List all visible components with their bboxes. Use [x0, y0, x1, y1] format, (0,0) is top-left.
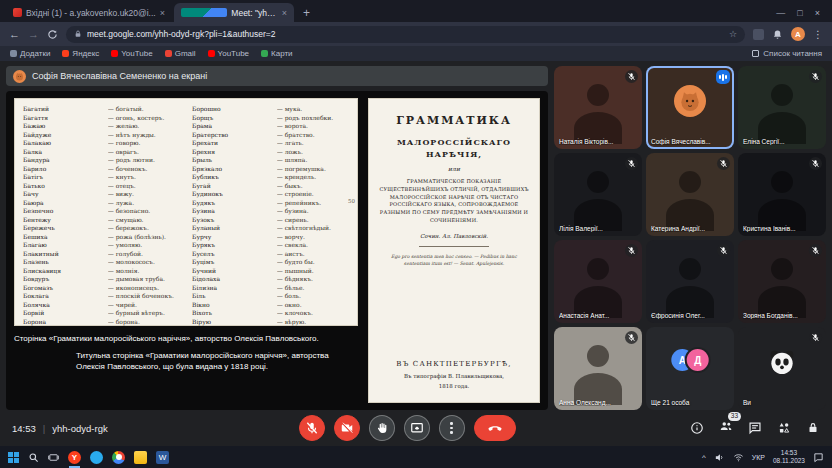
- leave-call-button[interactable]: [474, 415, 516, 441]
- participant-tile[interactable]: Анна Олександ...: [554, 327, 642, 410]
- browser-tab[interactable]: Вхідні (1) - a.yakovenko.uk20@i... ×: [6, 3, 172, 22]
- glossary-word: Брехати: [192, 139, 277, 148]
- glossary-entry: Безпечно безопасно.: [23, 207, 180, 216]
- address-bar[interactable]: meet.google.com/yhh-odyd-rgk?pli=1&authu…: [66, 26, 745, 43]
- title-page-paragraph: ГРАММАТИЧЕСКОЕ ПОКАЗАНІЕ СУЩЕСТВЕННѢЙШИХ…: [378, 178, 530, 225]
- new-tab-button[interactable]: +: [296, 6, 317, 22]
- participant-tile[interactable]: Анастасія Анат...: [554, 240, 642, 323]
- taskbar-app-icon[interactable]: [90, 451, 103, 464]
- participant-tile[interactable]: Еліна Сергії...: [738, 66, 826, 149]
- tray-expand-icon[interactable]: ^: [702, 453, 706, 462]
- host-controls-lock-icon[interactable]: [806, 421, 820, 435]
- bookmarks-bar: Додатки Яндекс YouTube Gmail: [0, 46, 832, 61]
- action-center-icon[interactable]: [813, 452, 824, 463]
- glossary-entry: Боклага плоскій боченокъ.: [23, 292, 180, 301]
- glossary-entry: Брыль шляпа.: [192, 156, 349, 165]
- glossary-entry: Буцімъ будто бы.: [192, 258, 349, 267]
- participant-tile[interactable]: Катерина Андрії...: [646, 153, 734, 236]
- camera-off-button[interactable]: [334, 415, 360, 441]
- participant-name: Єфросинія Олег...: [651, 312, 730, 319]
- task-view-icon[interactable]: [48, 452, 59, 463]
- volume-icon[interactable]: [714, 452, 725, 463]
- window-control-button[interactable]: □: [797, 8, 802, 18]
- glossary-word: Бурякъ: [192, 241, 277, 250]
- mic-mute-button[interactable]: [299, 415, 325, 441]
- bookmark-item[interactable]: Карти: [261, 49, 293, 58]
- meeting-details-icon[interactable]: [690, 421, 704, 435]
- glossary-entry: Багаття огонь, костеръ.: [23, 114, 180, 123]
- refresh-icon[interactable]: [47, 29, 58, 40]
- language-indicator[interactable]: УКР: [752, 454, 765, 461]
- glossary-word: Батігъ: [23, 173, 108, 182]
- bookmark-star-icon[interactable]: ☆: [729, 29, 737, 39]
- glossary-entry: Білизна бѣлье.: [192, 284, 349, 293]
- glossary-definition: бурный вѣтеръ.: [108, 309, 180, 318]
- search-icon[interactable]: [28, 452, 39, 463]
- glossary-entry: Багатий богатый.: [23, 105, 180, 114]
- tab-close-icon[interactable]: ×: [160, 8, 165, 18]
- title-page-ili: или: [448, 165, 460, 172]
- window-control-button[interactable]: —: [776, 8, 785, 18]
- bookmark-item[interactable]: Яндекс: [62, 49, 99, 58]
- bookmark-favicon-icon: [10, 50, 17, 57]
- bookmark-item[interactable]: Додатки: [10, 49, 50, 58]
- glossary-column-left: Багатий богатый. Багаття огонь, костеръ.: [23, 105, 180, 319]
- shared-screen[interactable]: Багатий богатый. Багаття огонь, костеръ.: [6, 91, 548, 410]
- participant-name: Еліна Сергії...: [743, 138, 822, 145]
- glossary-word: Вірую: [192, 318, 277, 327]
- glossary-word: Віхоть: [192, 309, 277, 318]
- glossary-word: Бубликъ: [192, 173, 277, 182]
- participant-tile[interactable]: Ви: [738, 327, 826, 410]
- glossary-entry: Бузокъ сирень.: [192, 216, 349, 225]
- back-icon[interactable]: ←: [9, 29, 20, 40]
- taskbar-app-icon[interactable]: W: [156, 451, 169, 464]
- start-button-icon[interactable]: [8, 452, 19, 463]
- taskbar-app-icon[interactable]: Y: [68, 451, 81, 464]
- taskbar-app-icon[interactable]: [134, 451, 147, 464]
- mic-muted-icon: [809, 157, 822, 170]
- glossary-word: Багаття: [23, 114, 108, 123]
- bookmark-item[interactable]: YouTube: [111, 49, 152, 58]
- network-icon[interactable]: [733, 452, 744, 463]
- browser-tab[interactable]: Meet: "yhh-odyd-rgk" ×: [174, 3, 294, 22]
- taskbar-app-icon[interactable]: [112, 451, 125, 464]
- reading-list-button[interactable]: Список читання: [752, 49, 822, 58]
- taskbar-clock[interactable]: 14:53 08.11.2023: [773, 449, 805, 466]
- glossary-word: Бузокъ: [192, 216, 277, 225]
- notifications-bell-icon[interactable]: [772, 29, 783, 40]
- participant-name: Катерина Андрії...: [651, 225, 730, 232]
- participant-tile[interactable]: Наталія Вікторів...: [554, 66, 642, 149]
- glossary-definition: бѣлье.: [277, 284, 349, 293]
- url-text[interactable]: meet.google.com/yhh-odyd-rgk?pli=1&authu…: [87, 29, 276, 39]
- participant-tile[interactable]: Зоряна Богданів...: [738, 240, 826, 323]
- glossary-definition: ложь.: [277, 148, 349, 157]
- forward-icon[interactable]: →: [28, 29, 39, 40]
- participant-tile[interactable]: Лілія Валерії...: [554, 153, 642, 236]
- profile-avatar[interactable]: A: [791, 27, 805, 41]
- activities-icon[interactable]: [777, 421, 791, 435]
- chat-icon[interactable]: [748, 421, 762, 435]
- participant-tile[interactable]: Єфросинія Олег...: [646, 240, 734, 323]
- bookmark-item[interactable]: Gmail: [165, 49, 196, 58]
- extension-icon[interactable]: [753, 29, 764, 40]
- glossary-definition: говорю.: [108, 139, 180, 148]
- glossary-definition: лужа.: [108, 199, 180, 208]
- window-control-button[interactable]: ×: [815, 8, 820, 18]
- bookmark-item[interactable]: YouTube: [208, 49, 249, 58]
- system-tray: ^ УКР 14:53 08.11.2023: [702, 449, 824, 466]
- tab-close-icon[interactable]: ×: [282, 8, 287, 18]
- raise-hand-button[interactable]: [369, 415, 395, 441]
- glossary-definition: иконописецъ.: [108, 284, 180, 293]
- glossary-word: Бандура: [23, 156, 108, 165]
- browser-menu-icon[interactable]: ⋮: [813, 29, 823, 40]
- present-screen-button[interactable]: [404, 415, 430, 441]
- glossary-word: Багатий: [23, 105, 108, 114]
- more-options-button[interactable]: [439, 415, 465, 441]
- glossary-entry: Болячка чирей.: [23, 301, 180, 310]
- participant-tile[interactable]: А Д Ще 21 особа: [646, 327, 734, 410]
- show-people-button[interactable]: 33: [719, 419, 733, 437]
- participant-tile[interactable]: Софія Вячеславів...: [646, 66, 734, 149]
- glossary-definition: свѣтлогнѣдый.: [277, 224, 349, 233]
- participant-tile[interactable]: Кристина Іванів...: [738, 153, 826, 236]
- glossary-entry: Блакитный голубой.: [23, 250, 180, 259]
